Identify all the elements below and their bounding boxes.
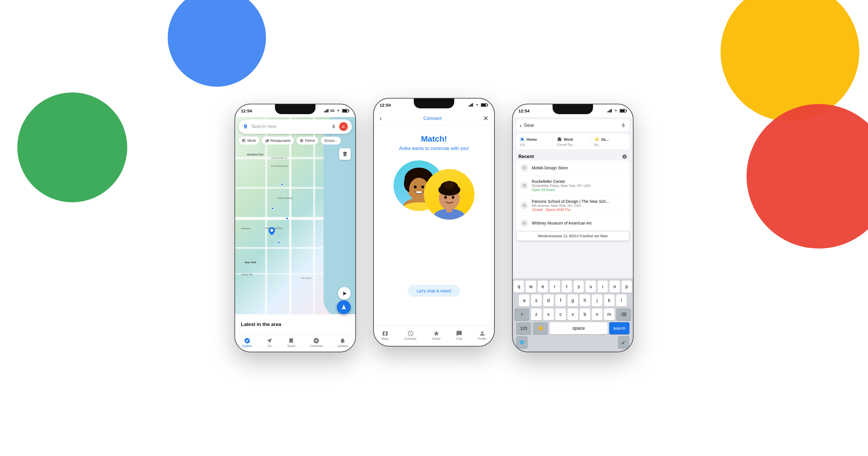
maps-user-avatar[interactable]: C (339, 122, 348, 131)
lets-chat-button[interactable]: Let's chat & meet! (408, 285, 460, 297)
phone3-search-bar[interactable]: ‹ Sear (516, 119, 629, 131)
key-p[interactable]: p (622, 281, 632, 293)
shortcut-home[interactable]: Home 131 (520, 137, 549, 146)
key-f[interactable]: f (555, 294, 566, 306)
close-button[interactable]: ✕ (483, 115, 488, 122)
fab-button[interactable] (337, 300, 351, 314)
nav2-maps-label: Maps (382, 337, 389, 340)
saved-icon (288, 337, 294, 344)
key-numbers[interactable]: 123 (516, 322, 531, 334)
chip-petrol-label: Petrol (305, 138, 315, 143)
key-z[interactable]: z (531, 308, 541, 321)
mic-icon[interactable] (331, 124, 336, 129)
key-mic[interactable]: 🎤 (618, 336, 629, 348)
chip-grocery[interactable]: Groce... (321, 137, 341, 144)
shortcut-work[interactable]: Work Cornell Tec... (557, 137, 586, 146)
key-space[interactable]: space (550, 322, 608, 334)
back-button[interactable]: ‹ (380, 115, 382, 122)
key-d[interactable]: d (543, 294, 554, 306)
layers-button[interactable] (339, 148, 351, 160)
key-k[interactable]: k (604, 294, 614, 306)
key-j[interactable]: j (592, 294, 602, 306)
key-i[interactable]: i (598, 281, 608, 293)
home-tooltip-text: Windeckstrasse 13, 60314 Frankfurt am Ma… (538, 234, 608, 238)
key-n[interactable]: n (592, 308, 602, 321)
shortcut-saved[interactable]: Se... Rü... (594, 137, 623, 146)
key-g[interactable]: g (567, 294, 578, 306)
divider1 (553, 137, 553, 146)
phone2-bottom-nav: Maps Schedule Saved (374, 326, 494, 346)
key-l[interactable]: l (616, 294, 626, 306)
chat-icon (456, 330, 462, 337)
key-s[interactable]: s (531, 294, 541, 306)
whitney-text: Whitney Museum of American Art (532, 221, 625, 225)
chip-work[interactable]: Work (239, 137, 259, 144)
work-shortcut-icon (557, 137, 562, 142)
nav2-saved[interactable]: Saved (432, 330, 440, 340)
key-o[interactable]: o (610, 281, 620, 293)
maps-chips: Work Restaurants Petrol (235, 137, 355, 144)
key-globe[interactable]: 🌐 (516, 336, 528, 348)
nav2-chat[interactable]: Chat (456, 330, 462, 340)
nav-updates-label: Updates (337, 345, 348, 348)
wifi-icon (336, 109, 341, 112)
saved-shortcut-label: Se... (601, 137, 609, 141)
list-item-whitney[interactable]: Whitney Museum of American Art (516, 216, 629, 231)
keyboard-row-3: ⇧ z x c v b n m ⌫ (514, 308, 632, 321)
key-b[interactable]: b (580, 308, 590, 321)
key-c[interactable]: c (555, 308, 566, 321)
key-q[interactable]: q (514, 281, 524, 293)
key-v[interactable]: v (567, 308, 578, 321)
key-h[interactable]: h (580, 294, 590, 306)
match-area: Match! Anika wants to commute with you! (374, 126, 494, 241)
parsons-sub: 5th Avenue, New York, NY, USA (532, 204, 625, 208)
phone2-header: ‹ Connect ✕ (374, 111, 494, 126)
svg-rect-0 (324, 111, 325, 112)
nav-go[interactable]: Go (266, 337, 273, 348)
nav-saved[interactable]: Saved (287, 337, 295, 348)
phone3-mic-icon[interactable] (621, 123, 626, 128)
chip-petrol[interactable]: Petrol (297, 137, 318, 144)
nav2-maps[interactable]: Maps (382, 330, 389, 340)
nav-go-label: Go (268, 345, 272, 348)
phone3-search-input[interactable]: Sear (524, 123, 618, 128)
key-shift[interactable]: ⇧ (515, 308, 529, 321)
chip-restaurants[interactable]: Restaurants (262, 137, 294, 144)
key-t[interactable]: t (562, 281, 572, 293)
key-e[interactable]: e (538, 281, 548, 293)
key-w[interactable]: w (526, 281, 536, 293)
phone3-notch (553, 104, 593, 114)
home-tooltip: Windeckstrasse 13, 60314 Frankfurt am Ma… (517, 232, 629, 240)
svg-point-23 (421, 186, 424, 188)
list-item-moma[interactable]: MoMA Design Store (516, 160, 629, 176)
nav-contribute[interactable]: Contribute (310, 337, 323, 348)
key-u[interactable]: u (586, 281, 596, 293)
home-shortcut-label: Home (527, 137, 537, 141)
phone-search-screen: 12:54 (513, 104, 633, 352)
key-y[interactable]: y (574, 281, 584, 293)
key-r[interactable]: r (550, 281, 560, 293)
rockefeller-sub: Rockefeller Plaza, New York, NY, USA (532, 184, 625, 188)
map-area[interactable]: MANHATTAN Hoboken New York Jersey City L… (235, 117, 355, 317)
nav-explore[interactable]: Explore (242, 337, 252, 348)
navigate-button[interactable]: ➤ (338, 287, 351, 300)
updates-icon (339, 337, 346, 344)
maps-search-bar[interactable]: Search here C (239, 119, 352, 134)
list-item-parsons[interactable]: Parsons School of Design | The New Sch..… (516, 196, 629, 216)
key-a[interactable]: a (519, 294, 529, 306)
key-delete[interactable]: ⌫ (616, 308, 631, 321)
nav-updates[interactable]: Updates (337, 337, 348, 348)
nav2-profile[interactable]: Profile (478, 330, 486, 340)
phone3-back-button[interactable]: ‹ (520, 122, 522, 129)
key-x[interactable]: x (543, 308, 554, 321)
list-item-rockefeller[interactable]: Rockefeller Center Rockefeller Plaza, Ne… (516, 176, 629, 196)
key-m[interactable]: m (604, 308, 614, 321)
nav2-schedule[interactable]: Schedule (404, 330, 417, 340)
key-search[interactable]: search (609, 322, 629, 334)
moma-icon (520, 164, 528, 172)
key-emoji[interactable]: 😊 (533, 322, 548, 334)
nav-saved-label: Saved (287, 345, 295, 348)
nav2-chat-label: Chat (456, 337, 462, 340)
home-icon (520, 137, 524, 141)
nav-contribute-label: Contribute (310, 345, 323, 348)
